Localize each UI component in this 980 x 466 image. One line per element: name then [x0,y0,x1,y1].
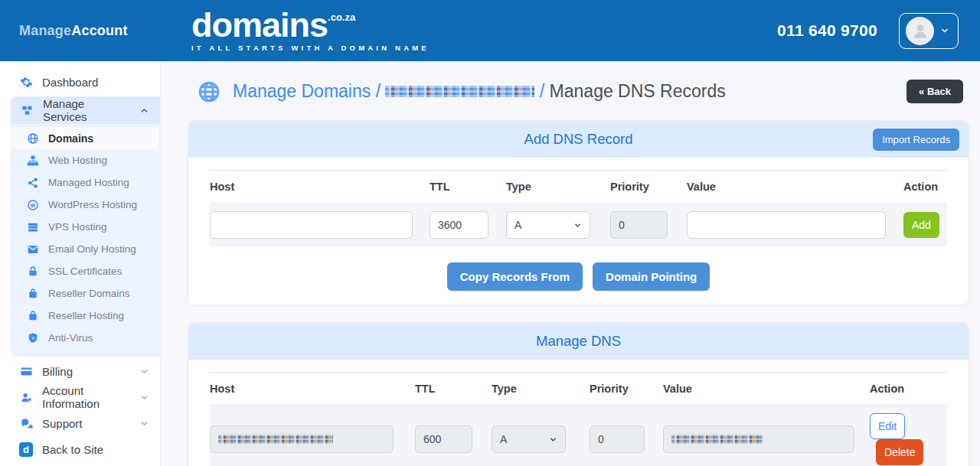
sidebar-item-back-to-site[interactable]: d Back to Site [0,436,160,462]
breadcrumb-domain-redacted[interactable] [385,86,534,97]
sidebar-item-wordpress-hosting[interactable]: W WordPress Hosting [11,194,160,216]
type-select-value: A [500,433,507,445]
sidebar-item-support[interactable]: Support [0,410,160,436]
chevron-down-icon [549,435,557,444]
breadcrumb-separator: / [540,81,544,101]
domain-pointing-button[interactable]: Domain Pointing [593,262,710,291]
shopping-bag-icon [26,309,40,323]
sidebar-item-account-information[interactable]: Account Information [0,384,160,410]
ttl-input[interactable] [430,211,488,239]
add-button[interactable]: Add [903,212,939,238]
sidebar-item-email-only-hosting[interactable]: Email Only Hosting [11,238,160,260]
column-header-ttl: TTL [430,181,506,193]
logo-wordmark: domains [191,5,328,44]
chevron-down-icon [573,221,582,230]
chevron-down-icon [940,26,949,35]
svg-text:✳: ✳ [31,335,34,340]
column-header-host: Host [210,383,415,395]
table-header-row: Host TTL Type Priority Value Action [210,373,947,406]
phone-number: 011 640 9700 [777,21,877,40]
sidebar-item-label: Dashboard [42,76,98,89]
sidebar-item-domains[interactable]: Domains [11,127,158,149]
sidebar-item-billing[interactable]: Billing [0,358,160,384]
type-select[interactable]: A [506,211,590,239]
column-header-action: Action [897,181,947,193]
sidebar-item-label: Anti-Virus [48,332,93,344]
chevron-up-icon [139,106,149,116]
delete-button[interactable]: Delete [876,439,923,465]
add-record-row: A Add [210,204,947,246]
avatar [906,17,934,45]
sidebar-item-label: Reseller Domains [48,288,130,299]
brand-prefix: Manage [19,23,71,38]
breadcrumb-manage-domains-link[interactable]: Manage Domains [233,81,371,101]
sidebar-item-label: Billing [42,365,73,378]
person-icon [910,21,930,41]
user-gear-icon [19,390,33,404]
sidebar-item-label: Manage Services [43,97,130,123]
value-redacted [671,435,763,444]
breadcrumb-separator: / [376,81,381,101]
host-field-disabled [210,425,394,453]
sidebar-item-manage-services[interactable]: Manage Services [11,96,160,124]
sidebar-item-dashboard[interactable]: Dashboard [0,69,160,95]
import-records-button[interactable]: Import Records [873,129,959,151]
sitemap-icon [26,154,40,168]
sidebar-item-vps-hosting[interactable]: VPS Hosting [11,216,160,238]
sidebar-item-label: Domains [48,132,93,145]
column-header-priority: Priority [610,181,687,193]
shield-virus-icon: ✳ [26,331,40,345]
envelope-icon [26,243,40,256]
sidebar-item-web-hosting[interactable]: Web Hosting [11,149,160,171]
type-select-value: A [514,219,521,231]
gears-icon [19,75,33,89]
topbar: ManageAccount domains.co.za IT ALL START… [0,0,980,61]
column-header-value: Value [687,181,897,193]
column-header-host: Host [210,181,430,193]
sidebar-item-label: Email Only Hosting [48,243,136,255]
column-header-ttl: TTL [415,383,492,395]
sidebar-item-label: VPS Hosting [48,221,107,233]
add-dns-record-header: Add DNS Record Import Records [188,121,969,158]
copy-records-from-button[interactable]: Copy Records From [447,262,583,291]
sidebar-item-managed-hosting[interactable]: Managed Hosting [11,171,160,194]
sidebar-item-reseller-hosting[interactable]: Reseller Hosting [11,305,160,327]
sidebar-item-label: SSL Certificates [48,266,122,277]
chevron-down-icon [139,393,149,402]
manage-services-submenu: Domains Web Hosting Managed Hosting W Wo… [11,124,160,357]
priority-input [610,211,668,239]
brand-suffix: Account [71,23,127,38]
logo-tld: .co.za [328,11,355,23]
value-input[interactable] [687,211,886,239]
lock-icon [26,265,40,279]
brand-manage-account[interactable]: ManageAccount [0,23,161,39]
sidebar-item-label: WordPress Hosting [48,199,137,210]
type-select-disabled: A [492,425,566,453]
sidebar-item-label: Reseller Hosting [48,310,124,321]
sidebar-item-anti-virus[interactable]: ✳ Anti-Virus [11,327,160,349]
credit-card-icon [19,364,33,378]
ttl-field-disabled [415,425,472,453]
chevron-down-icon [139,419,149,429]
sidebar-item-label: Web Hosting [48,155,107,166]
chevron-down-icon [139,367,149,376]
sidebar-item-label: Account Information [42,384,130,410]
sidebar-item-reseller-domains[interactable]: Reseller Domains [11,282,160,305]
column-header-action: Action [870,383,947,395]
column-header-priority: Priority [590,383,663,395]
wordpress-icon: W [26,198,40,212]
domains-logo[interactable]: domains.co.za IT ALL STARTS WITH A DOMAI… [191,10,430,52]
back-button[interactable]: « Back [906,80,963,103]
value-field-disabled [663,425,854,453]
column-header-value: Value [663,383,870,395]
account-menu-button[interactable] [899,13,959,49]
app-window: ManageAccount domains.co.za IT ALL START… [0,0,980,466]
sidebar-item-ssl-certificates[interactable]: SSL Certificates [11,260,160,282]
table-header-row: Host TTL Type Priority Value Action [210,171,947,204]
manage-dns-card: Manage DNS Host TTL Type Priority Value … [188,322,969,466]
edit-button[interactable]: Edit [870,413,905,439]
globe-icon [198,80,220,103]
logo-tagline: IT ALL STARTS WITH A DOMAIN NAME [191,44,430,52]
host-input[interactable] [210,211,413,239]
share-nodes-icon [26,176,40,190]
